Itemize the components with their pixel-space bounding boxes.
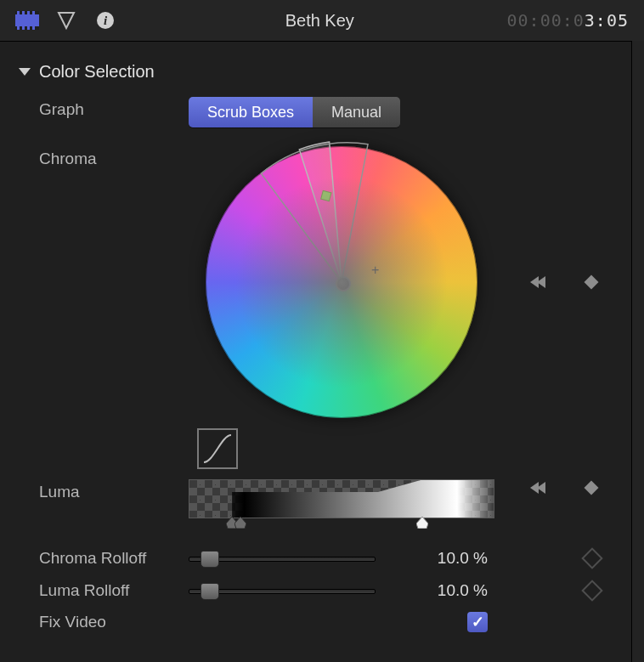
- segment-scrub-boxes[interactable]: Scrub Boxes: [189, 97, 313, 127]
- label-luma-rolloff: Luma Rolloff: [19, 581, 189, 600]
- luma-rolloff-keyframe-icon[interactable]: [581, 580, 602, 601]
- svg-rect-19: [585, 481, 599, 495]
- svg-rect-14: [321, 190, 331, 201]
- timecode: 00:00:03:05: [507, 10, 629, 31]
- inspector-header: i Beth Key 00:00:03:05: [0, 0, 644, 42]
- svg-marker-17: [234, 517, 246, 529]
- svg-rect-8: [22, 26, 25, 30]
- chroma-center-icon[interactable]: [336, 276, 351, 291]
- label-graph: Graph: [19, 97, 189, 119]
- svg-rect-9: [27, 26, 30, 30]
- svg-rect-6: [32, 11, 35, 14]
- chroma-keyframe-icon[interactable]: [583, 274, 600, 291]
- slider-luma-rolloff-knob[interactable]: [201, 583, 219, 600]
- row-chroma: Chroma +: [19, 146, 625, 469]
- timecode-active: 3:05: [585, 10, 629, 31]
- svg-rect-5: [27, 11, 30, 14]
- row-fix-video: Fix Video ✓: [19, 612, 625, 632]
- timecode-dim: 00:00:0: [507, 10, 585, 31]
- value-chroma-rolloff[interactable]: 10.0 %: [376, 549, 494, 568]
- slider-chroma-rolloff[interactable]: [189, 547, 376, 569]
- checkbox-fix-video[interactable]: ✓: [467, 612, 488, 632]
- row-luma-rolloff: Luma Rolloff 10.0 %: [19, 580, 625, 602]
- svg-marker-11: [59, 13, 74, 28]
- playhead-icon[interactable]: [54, 11, 78, 30]
- chroma-sample-cross-icon[interactable]: +: [371, 263, 379, 278]
- label-chroma: Chroma: [19, 146, 189, 168]
- disclosure-triangle-icon[interactable]: [19, 68, 31, 76]
- svg-rect-7: [17, 26, 20, 30]
- chroma-rolloff-keyframe-icon[interactable]: [581, 547, 602, 569]
- label-chroma-rolloff: Chroma Rolloff: [19, 549, 189, 568]
- inspector-body: Color Selection Graph Scrub Boxes Manual…: [0, 42, 644, 632]
- scrollbar[interactable]: [631, 41, 644, 662]
- clip-title: Beth Key: [133, 11, 507, 31]
- svg-rect-15: [585, 275, 599, 290]
- slider-chroma-rolloff-knob[interactable]: [201, 551, 219, 568]
- row-chroma-rolloff: Chroma Rolloff 10.0 %: [19, 547, 625, 569]
- chroma-wheel[interactable]: +: [206, 146, 477, 418]
- label-fix-video: Fix Video: [19, 613, 189, 631]
- luma-handle-low-inner[interactable]: [234, 517, 246, 529]
- row-graph: Graph Scrub Boxes Manual: [19, 97, 625, 127]
- luma-keyframe-icon[interactable]: [583, 479, 600, 496]
- row-luma: Luma: [19, 479, 625, 518]
- section-header-color-selection[interactable]: Color Selection: [19, 62, 625, 82]
- svg-rect-4: [22, 11, 25, 14]
- svg-rect-3: [17, 11, 20, 14]
- luma-range-bar[interactable]: [189, 479, 494, 518]
- slider-luma-rolloff[interactable]: [189, 580, 376, 602]
- chroma-curve-button[interactable]: [197, 428, 238, 469]
- info-icon[interactable]: i: [93, 11, 117, 30]
- section-title: Color Selection: [39, 62, 155, 82]
- luma-reset-icon[interactable]: [527, 479, 549, 496]
- value-luma-rolloff[interactable]: 10.0 %: [376, 581, 494, 600]
- luma-handle-high[interactable]: [416, 517, 428, 529]
- svg-marker-18: [416, 517, 428, 529]
- chroma-reset-icon[interactable]: [527, 274, 549, 291]
- svg-rect-10: [32, 26, 35, 30]
- filmstrip-icon[interactable]: [15, 11, 39, 30]
- label-luma: Luma: [19, 479, 189, 501]
